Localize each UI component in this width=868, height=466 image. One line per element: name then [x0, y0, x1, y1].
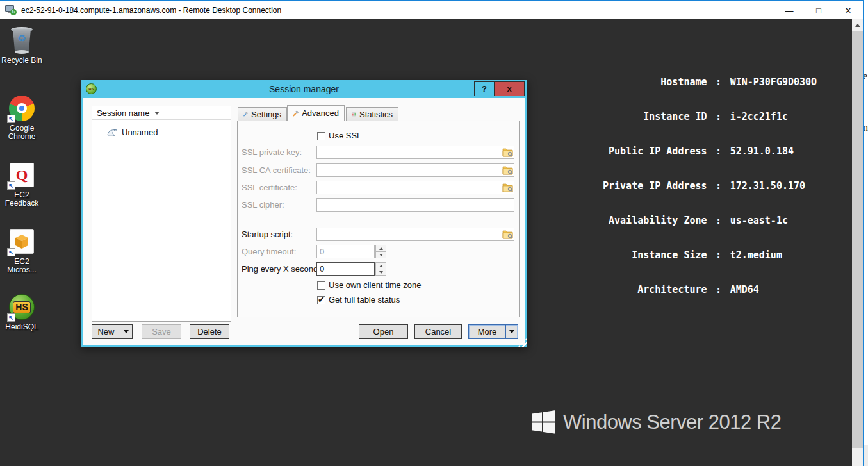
- use-ssl-checkbox[interactable]: [317, 132, 325, 140]
- minimize-button[interactable]: —: [774, 1, 804, 19]
- public-ip-value: 52.91.0.184: [730, 146, 794, 157]
- spin-up-button[interactable]: [375, 262, 386, 269]
- heidisql-icon: HS ↖: [8, 294, 35, 320]
- session-list-header[interactable]: Session name: [92, 106, 231, 120]
- desktop-icon-recycle-bin[interactable]: ♻ Recycle Bin: [1, 27, 42, 65]
- scroll-up-button[interactable]: [852, 19, 863, 31]
- startup-script-label: Startup script:: [242, 228, 293, 241]
- desktop-icon-heidisql[interactable]: HS ↖ HeidiSQL: [1, 294, 42, 331]
- tab-label: Statistics: [359, 110, 393, 119]
- desktop-icon-ec2-feedback[interactable]: Q ↖ EC2 Feedback: [1, 162, 42, 208]
- ec2-feedback-icon: Q ↖: [8, 162, 35, 188]
- use-own-timezone-label: Use own client time zone: [329, 281, 422, 290]
- desktop-icon-ec2-microsoft[interactable]: ↖ EC2 Micros...: [1, 228, 42, 274]
- sort-arrow-icon: [154, 112, 160, 115]
- instance-size-value: t2.medium: [730, 249, 782, 261]
- ssl-cipher-label: SSL cipher:: [242, 198, 284, 212]
- windows-server-watermark: Windows Server 2012 R2: [532, 410, 782, 434]
- browse-folder-icon[interactable]: [502, 165, 513, 175]
- browse-folder-icon[interactable]: [502, 229, 513, 239]
- advanced-tab-panel: Use SSL SSL private key: SSL CA cer: [237, 121, 520, 317]
- session-name[interactable]: Unnamed: [122, 128, 158, 137]
- chrome-icon: ↖: [8, 95, 35, 122]
- browse-folder-icon[interactable]: [502, 147, 513, 157]
- scrollbar-thumb[interactable]: [852, 31, 863, 448]
- desktop-scrollbar[interactable]: [852, 19, 863, 466]
- spin-up-button[interactable]: [375, 245, 386, 252]
- query-timeout-spinner[interactable]: [375, 245, 386, 258]
- rdp-window: ↻ ec2-52-91-0-184.compute-1.amazonaws.co…: [0, 0, 864, 466]
- column-header-session-name[interactable]: Session name: [97, 108, 149, 118]
- close-button[interactable]: ✕: [833, 1, 863, 19]
- cancel-button[interactable]: Cancel: [414, 324, 462, 339]
- dialog-content: Session name Unnamed: [83, 98, 525, 345]
- open-button[interactable]: Open: [359, 324, 408, 339]
- ssl-ca-certificate-label: SSL CA certificate:: [242, 163, 311, 177]
- use-ssl-label: Use SSL: [329, 131, 361, 140]
- ping-interval-label: Ping every X seconds:: [242, 262, 324, 276]
- remote-desktop: ♻ Recycle Bin ↖ Google Chrome Q ↖: [0, 19, 863, 466]
- tab-settings[interactable]: Settings: [238, 107, 287, 121]
- query-timeout-field[interactable]: 0: [316, 245, 375, 258]
- browse-folder-icon[interactable]: [502, 183, 513, 192]
- windows-logo-icon: [532, 410, 555, 434]
- save-button[interactable]: Save: [142, 324, 181, 339]
- cube-icon: [15, 234, 29, 249]
- ec2-microsoft-icon: ↖: [8, 228, 35, 255]
- new-button[interactable]: New: [92, 324, 133, 339]
- ssl-private-key-label: SSL private key:: [242, 146, 302, 159]
- wrench-orange-icon: [293, 109, 299, 118]
- background-window-strip: e n: [864, 0, 868, 466]
- dialog-help-button[interactable]: ?: [475, 82, 494, 96]
- tab-label: Advanced: [302, 108, 339, 118]
- rdp-titlebar[interactable]: ↻ ec2-52-91-0-184.compute-1.amazonaws.co…: [0, 1, 863, 19]
- shortcut-arrow-icon: ↖: [7, 115, 15, 123]
- shortcut-arrow-icon: ↖: [7, 248, 15, 256]
- instance-id-value: i-2cc21f1c: [730, 111, 788, 122]
- spin-down-button[interactable]: [375, 252, 386, 258]
- session-manager-dialog: HS Session manager ? x Session name: [81, 80, 527, 347]
- startup-script-field[interactable]: [316, 228, 514, 241]
- tab-advanced[interactable]: Advanced: [287, 105, 345, 121]
- recycle-bin-icon: ♻: [8, 27, 35, 54]
- watermark-text: Windows Server 2012 R2: [563, 411, 782, 434]
- icon-label: Chrome: [1, 133, 42, 141]
- ssl-cipher-field[interactable]: [316, 198, 514, 212]
- get-full-table-status-checkbox[interactable]: [317, 296, 325, 304]
- use-own-timezone-checkbox[interactable]: [317, 281, 325, 290]
- ssl-certificate-field[interactable]: [316, 181, 514, 194]
- availability-zone-value: us-east-1c: [730, 215, 788, 226]
- ping-interval-field[interactable]: 0: [316, 262, 375, 276]
- desktop-icon-google-chrome[interactable]: ↖ Google Chrome: [1, 95, 42, 141]
- tab-label: Settings: [251, 110, 281, 119]
- rdp-connection-icon: ↻: [5, 5, 17, 15]
- icon-label: Recycle Bin: [1, 56, 42, 65]
- dialog-close-button[interactable]: x: [494, 82, 524, 96]
- ping-interval-spinner[interactable]: [375, 262, 386, 276]
- rdp-window-title: ec2-52-91-0-184.compute-1.amazonaws.com …: [21, 6, 281, 15]
- hostname-value: WIN-P30FG9D030O: [730, 76, 817, 88]
- screen: e n ↻ ec2-52-91-0-184.compute-1.amazonaw…: [0, 0, 868, 466]
- more-dropdown-arrow[interactable]: [505, 325, 518, 338]
- icon-label: Micros...: [1, 266, 42, 274]
- session-list-item[interactable]: Unnamed: [92, 125, 231, 139]
- bar-chart-icon: [352, 110, 356, 119]
- ssl-private-key-field[interactable]: [316, 146, 514, 159]
- ssl-certificate-label: SSL certificate:: [242, 181, 297, 194]
- ssl-ca-certificate-field[interactable]: [316, 163, 514, 177]
- delete-button[interactable]: Delete: [190, 324, 229, 339]
- spin-down-button[interactable]: [375, 269, 386, 276]
- tab-statistics[interactable]: Statistics: [346, 107, 398, 121]
- get-full-table-status-label: Get full table status: [329, 295, 400, 304]
- cut-off-panel: [864, 445, 868, 466]
- maximize-button[interactable]: □: [804, 1, 833, 19]
- more-button[interactable]: More: [468, 324, 518, 339]
- icon-label: Feedback: [1, 199, 42, 208]
- cut-off-text: n: [864, 122, 868, 133]
- architecture-value: AMD64: [730, 284, 759, 295]
- dialog-titlebar[interactable]: HS Session manager: [81, 80, 527, 98]
- session-list[interactable]: Session name Unnamed: [92, 106, 231, 322]
- dialog-title: Session manager: [81, 84, 527, 94]
- icon-label: HeidiSQL: [1, 323, 42, 331]
- new-dropdown-arrow[interactable]: [120, 325, 132, 338]
